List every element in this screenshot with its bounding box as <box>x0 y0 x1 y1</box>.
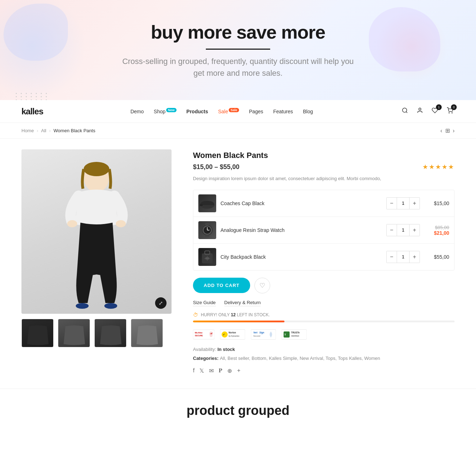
qty-increase-3[interactable]: + <box>410 251 420 263</box>
svg-rect-16 <box>205 223 209 225</box>
verisign-badge: Veri Sign Secured <box>251 328 276 341</box>
qty-increase-2[interactable]: + <box>410 224 420 236</box>
messenger-icon[interactable]: ⊕ <box>227 367 232 374</box>
wishlist-button[interactable]: ♡ <box>254 278 270 293</box>
navbar: kalles Demo ShopNew Products SaleSale Pa… <box>0 100 476 123</box>
product-price: $15,00 – $55,00 <box>193 163 239 171</box>
thumbnail-3[interactable] <box>94 319 127 347</box>
search-button[interactable] <box>400 106 410 117</box>
sale-badge: Sale <box>229 108 239 112</box>
breadcrumb-all[interactable]: All <box>41 128 46 133</box>
stock-row: ⏱ HURRY! ONLY 12 LEFT IN STOCK. <box>193 312 455 318</box>
svg-point-7 <box>76 303 89 309</box>
item-price-watch: $85,00 $21,00 <box>424 224 449 236</box>
truste-badge: T TRUSTe VERIFIED <box>282 328 307 341</box>
item-name-cap: Coaches Cap Black <box>220 200 382 206</box>
svg-point-8 <box>104 303 117 309</box>
more-icon[interactable]: + <box>237 367 240 374</box>
next-product-button[interactable]: › <box>453 128 455 134</box>
nav-item-sale[interactable]: SaleSale <box>218 108 239 115</box>
product-item-row: Coaches Cap Black − 1 + $15,00 <box>193 190 454 217</box>
stock-icon: ⏱ <box>193 312 198 318</box>
hero-section: buy more save more Cross-selling in grou… <box>0 0 476 100</box>
product-title: Women Black Pants <box>193 151 455 160</box>
size-guide-link[interactable]: Size Guide <box>193 300 216 306</box>
item-price-bag: $55,00 <box>424 254 449 260</box>
breadcrumb-home[interactable]: Home <box>21 128 34 133</box>
product-section: ⤢ <box>0 139 476 388</box>
site-logo[interactable]: kalles <box>21 106 43 117</box>
breadcrumb: Home › All › Women Black Pants <box>21 128 95 133</box>
wishlist-badge: 1 <box>436 104 442 110</box>
svg-point-1 <box>419 108 421 110</box>
svg-text:Sign: Sign <box>259 331 264 334</box>
grid-view-button[interactable]: ⊞ <box>445 127 450 134</box>
twitter-icon[interactable]: 𝕏 <box>199 367 204 374</box>
qty-decrease-1[interactable]: − <box>387 198 397 209</box>
product-grouped-section: product grouped <box>0 388 476 432</box>
qty-decrease-3[interactable]: − <box>387 251 397 263</box>
svg-rect-11 <box>200 204 203 206</box>
email-icon[interactable]: ✉ <box>209 367 214 374</box>
item-thumbnail-bag <box>198 248 216 266</box>
product-items-table: Coaches Cap Black − 1 + $15,00 <box>193 190 455 271</box>
svg-text:Norton: Norton <box>229 331 236 334</box>
svg-point-0 <box>402 108 407 112</box>
breadcrumb-current: Women Black Pants <box>54 128 95 133</box>
nav-item-shop[interactable]: ShopNew <box>154 108 176 115</box>
hero-subtitle: Cross-selling in grouped, frequently, qu… <box>116 55 360 79</box>
delivery-return-link[interactable]: Delivery & Return <box>224 300 261 306</box>
qty-decrease-2[interactable]: − <box>387 224 397 236</box>
account-button[interactable] <box>415 106 425 117</box>
main-product-image: ⤢ <box>21 149 172 314</box>
svg-point-2 <box>449 113 450 113</box>
pinterest-icon[interactable]: 𝐏 <box>219 367 222 374</box>
prev-product-button[interactable]: ‹ <box>440 128 442 134</box>
thumbnail-1[interactable] <box>21 319 54 347</box>
product-grouped-title: product grouped <box>7 403 469 418</box>
qty-increase-1[interactable]: + <box>410 198 420 209</box>
nav-item-features[interactable]: Features <box>273 108 293 115</box>
nav-item-demo[interactable]: Demo <box>130 108 144 115</box>
breadcrumb-sep-2: › <box>49 128 50 133</box>
add-to-cart-button[interactable]: ADD TO CART <box>193 278 250 293</box>
stock-unit: LEFT IN STOCK. <box>237 312 270 317</box>
cart-button[interactable]: 0 <box>445 106 455 117</box>
product-images: ⤢ <box>21 149 172 374</box>
item-price-cap: $15,00 <box>424 200 449 206</box>
availability-value: In stock <box>217 347 235 352</box>
svg-rect-22 <box>205 257 209 259</box>
thumbnail-2[interactable] <box>58 319 90 347</box>
breadcrumb-bar: Home › All › Women Black Pants ‹ ⊞ › <box>0 123 476 139</box>
svg-text:SECURE: SECURE <box>195 334 203 337</box>
wishlist-button[interactable]: 1 <box>430 106 440 117</box>
stock-count: 12 <box>231 312 235 317</box>
svg-text:by Symantec: by Symantec <box>229 335 239 337</box>
product-links: Size Guide Delivery & Return <box>193 300 455 306</box>
svg-text:TRUSTe: TRUSTe <box>291 331 300 334</box>
facebook-icon[interactable]: f <box>193 367 194 374</box>
availability-label: Availability: <box>193 347 217 352</box>
mcafee-badge: McAfee SECURE <box>193 328 214 341</box>
thumbnail-4[interactable] <box>131 319 163 347</box>
expand-image-button[interactable]: ⤢ <box>155 297 167 309</box>
item-name-watch: Analogue Resin Strap Watch <box>220 227 382 233</box>
item-thumbnail-watch <box>198 221 216 239</box>
nav-item-products[interactable]: Products <box>187 108 208 115</box>
nav-item-blog[interactable]: Blog <box>303 108 313 115</box>
product-item-row: City Backpack Black − 1 + $55,00 <box>193 244 454 270</box>
product-image-svg <box>50 153 143 310</box>
stock-fill <box>193 321 284 322</box>
hero-title: buy more save more <box>7 21 469 43</box>
item-sale-price-watch: $21,00 <box>434 230 449 236</box>
cart-row: ADD TO CART ♡ <box>193 278 455 293</box>
product-item-row: Analogue Resin Strap Watch − 1 + $85,00 … <box>193 217 454 244</box>
item-thumbnail-cap <box>198 194 216 212</box>
main-image-content <box>21 149 172 314</box>
stock-bar <box>193 321 455 322</box>
svg-text:Veri: Veri <box>253 331 258 334</box>
nav-item-pages[interactable]: Pages <box>249 108 263 115</box>
main-nav: Demo ShopNew Products SaleSale Pages Fea… <box>130 108 313 115</box>
stock-text: HURRY! ONLY 12 LEFT IN STOCK. <box>201 312 270 317</box>
svg-point-3 <box>452 113 452 113</box>
